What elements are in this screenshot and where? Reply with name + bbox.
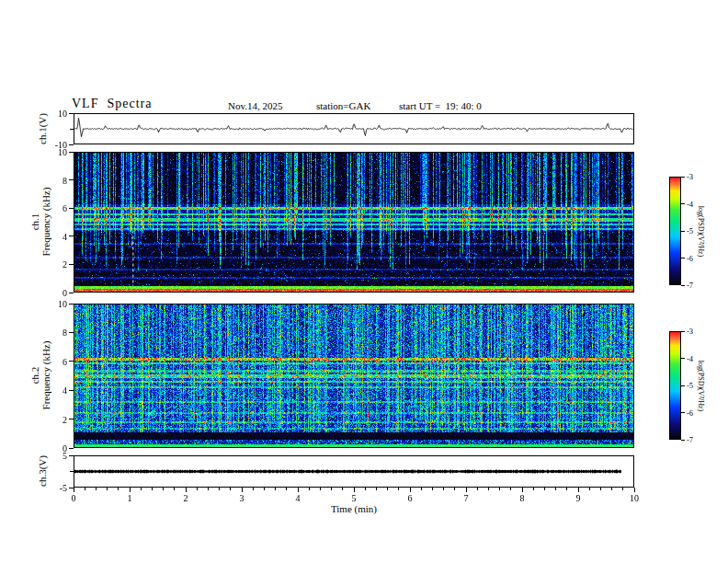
tick-label: 6 (46, 357, 67, 367)
colorbar-tick-label: -7 (687, 282, 703, 290)
tick-mark (163, 488, 164, 490)
tick-mark (466, 488, 467, 492)
tick-label: 6 (46, 203, 67, 213)
colorbar-ch2-canvas (670, 332, 680, 439)
vlf-spectra-figure: VLF Spectra Nov.14, 2025 station=GAK sta… (0, 0, 728, 563)
tick-mark (141, 488, 142, 490)
tick-label: 10 (46, 299, 67, 309)
tick-mark (681, 177, 685, 178)
tick-mark (69, 179, 74, 180)
tick-mark (320, 488, 321, 490)
tick-mark (555, 488, 556, 490)
x-tick-label: 1 (116, 493, 143, 503)
tick-mark (69, 448, 74, 449)
ch3-waveform-canvas (74, 456, 633, 487)
ch3-waveform-panel (74, 455, 634, 488)
tick-mark (264, 488, 265, 490)
tick-mark (69, 419, 74, 419)
tick-label: 4 (46, 385, 67, 396)
colorbar-tick-label: -7 (687, 436, 703, 444)
tick-label: -5 (46, 483, 67, 493)
tick-mark (74, 488, 74, 492)
ch1-waveform-canvas (74, 114, 633, 144)
tick-label: 10 (46, 109, 67, 119)
tick-mark (69, 144, 74, 145)
tick-mark (174, 488, 175, 490)
tick-mark (533, 488, 534, 490)
colorbar-tick-label: -4 (687, 201, 703, 209)
tick-mark (387, 488, 388, 490)
tick-mark (354, 488, 355, 492)
tick-mark (69, 113, 74, 114)
tick-mark (107, 488, 108, 490)
tick-mark (85, 488, 85, 490)
tick-label: 10 (46, 147, 67, 157)
tick-mark (681, 285, 685, 286)
colorbar-ch1-canvas (670, 178, 680, 284)
tick-mark (681, 440, 685, 441)
tick-mark (477, 488, 478, 490)
tick-mark (544, 488, 545, 490)
tick-mark (578, 488, 579, 492)
colorbar-tick-label: -3 (687, 327, 703, 336)
ch2-spectrogram-panel (74, 304, 634, 448)
tick-mark (130, 488, 131, 492)
tick-mark (69, 293, 74, 293)
ch1-frequency-axis-label: ch.1Frequency (kHz) (29, 148, 51, 295)
tick-mark (499, 488, 500, 490)
colorbar-tick-label: -5 (687, 227, 703, 236)
tick-label: 4 (46, 232, 67, 242)
tick-mark (681, 385, 685, 386)
tick-mark (365, 488, 366, 490)
colorbar-ch2 (669, 331, 681, 440)
tick-mark (611, 488, 612, 490)
tick-mark (208, 488, 209, 490)
colorbar-tick-label: -5 (687, 382, 703, 390)
ch2-spectrogram-canvas (74, 304, 633, 447)
x-tick-label: 7 (452, 493, 480, 503)
x-tick-label: 2 (172, 493, 199, 503)
tick-mark (432, 488, 433, 490)
tick-mark (69, 390, 74, 391)
tick-mark (454, 488, 455, 490)
tick-mark (69, 208, 74, 209)
tick-mark (69, 264, 74, 265)
tick-label: 8 (46, 327, 67, 338)
tick-label: 8 (46, 176, 67, 186)
tick-label: 0 (46, 288, 67, 298)
start-ut-label: start UT = 19: 40: 0 (399, 100, 482, 111)
tick-label: 2 (46, 415, 67, 425)
tick-mark (242, 488, 243, 492)
tick-mark (681, 203, 685, 204)
tick-mark (96, 488, 97, 490)
colorbar-tick-label: -6 (687, 409, 703, 418)
tick-mark (681, 412, 685, 413)
tick-mark (681, 258, 685, 259)
ch1-axis-channel-label: ch.1 (29, 213, 40, 231)
tick-mark (70, 471, 74, 472)
tick-mark (69, 361, 74, 362)
ch1-waveform-panel (74, 113, 634, 144)
tick-mark (70, 129, 74, 130)
x-tick-label: 8 (508, 493, 536, 503)
x-tick-label: 0 (60, 493, 87, 503)
tick-mark (342, 488, 343, 490)
tick-mark (69, 304, 74, 304)
tick-mark (488, 488, 489, 490)
figure-title: VLF Spectra (72, 97, 152, 111)
tick-mark (600, 488, 601, 490)
tick-mark (634, 488, 635, 492)
colorbar-tick-label: -3 (687, 173, 703, 181)
x-tick-label: 9 (564, 493, 592, 503)
tick-mark (69, 455, 74, 456)
tick-mark (443, 488, 444, 490)
tick-mark (275, 488, 276, 490)
x-tick-label: 4 (284, 493, 312, 503)
tick-mark (197, 488, 198, 490)
colorbar-tick-label: -6 (687, 255, 703, 263)
tick-mark (69, 332, 74, 333)
x-tick-label: 10 (620, 493, 648, 503)
tick-mark (622, 488, 623, 490)
tick-mark (589, 488, 590, 490)
x-tick-label: 5 (340, 493, 368, 503)
